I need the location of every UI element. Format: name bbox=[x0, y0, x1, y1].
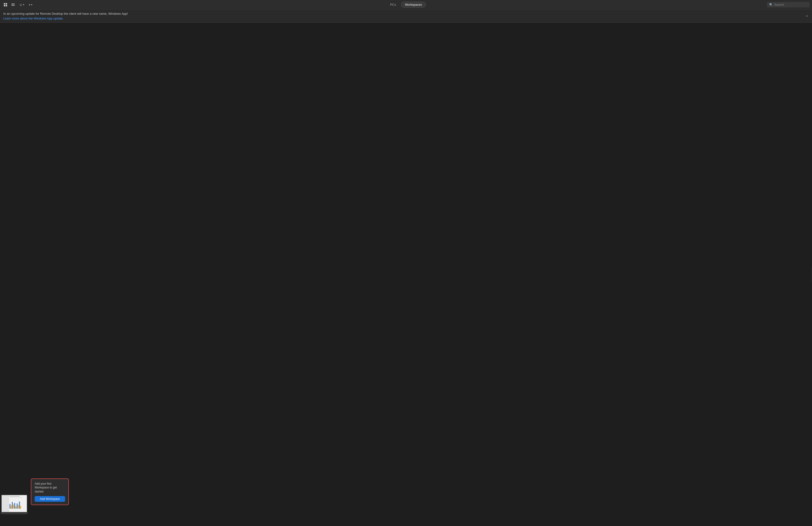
chart-bar bbox=[10, 504, 11, 509]
plus-icon: + bbox=[29, 3, 31, 6]
laptop-foot bbox=[2, 514, 26, 515]
search-container: 🔍 bbox=[767, 2, 810, 8]
chevron-down-icon: ▾ bbox=[23, 3, 24, 6]
chart-bar bbox=[12, 502, 13, 509]
chart-bars bbox=[10, 501, 26, 509]
add-button[interactable]: + ▾ bbox=[27, 2, 34, 8]
tab-workspaces[interactable]: Workspaces bbox=[401, 2, 426, 8]
laptop-illustration bbox=[0, 495, 29, 515]
smiley-icon: ☺ bbox=[19, 3, 23, 6]
banner-link[interactable]: Learn more about the Windows App update. bbox=[3, 17, 64, 20]
update-banner: In an upcoming update for Remote Desktop… bbox=[0, 10, 812, 23]
laptop-screen-inner bbox=[2, 495, 27, 512]
main-content: Add your first Workspace to get started.… bbox=[0, 23, 812, 526]
toolbar: ☺ ▾ + ▾ PCs Workspaces 🔍 bbox=[0, 0, 812, 10]
search-icon: 🔍 bbox=[769, 3, 773, 6]
chart-bar bbox=[18, 505, 19, 509]
tab-group: PCs Workspaces bbox=[386, 2, 426, 8]
grid-view-button[interactable] bbox=[2, 2, 9, 8]
tab-pcs[interactable]: PCs bbox=[386, 2, 400, 8]
account-button[interactable]: ☺ ▾ bbox=[17, 2, 26, 8]
chevron-down-icon-2: ▾ bbox=[31, 3, 32, 6]
chart-bar bbox=[15, 506, 16, 509]
chart-bar bbox=[14, 503, 15, 509]
search-input[interactable] bbox=[774, 3, 807, 6]
callout-description: Add your first Workspace to get started. bbox=[35, 482, 65, 494]
banner-message: In an upcoming update for Remote Desktop… bbox=[3, 12, 128, 15]
chart-bar bbox=[11, 505, 12, 509]
laptop-sidebar-sim bbox=[2, 495, 9, 512]
laptop-content-sim bbox=[9, 495, 27, 512]
banner-close-button[interactable]: × bbox=[804, 14, 809, 18]
chart-bar bbox=[17, 503, 17, 509]
chart-bar bbox=[19, 501, 20, 509]
chart-bar bbox=[13, 504, 14, 509]
list-view-button[interactable] bbox=[10, 3, 16, 6]
add-workspace-button[interactable]: Add Workspace bbox=[35, 496, 65, 502]
chart-bar bbox=[20, 506, 21, 509]
list-icon bbox=[11, 3, 15, 6]
grid-icon bbox=[4, 3, 7, 6]
laptop-screen bbox=[1, 495, 27, 512]
workspace-callout: Add your first Workspace to get started.… bbox=[31, 479, 69, 505]
toolbar-left: ☺ ▾ + ▾ bbox=[2, 2, 384, 8]
toolbar-right: 🔍 bbox=[428, 2, 810, 8]
